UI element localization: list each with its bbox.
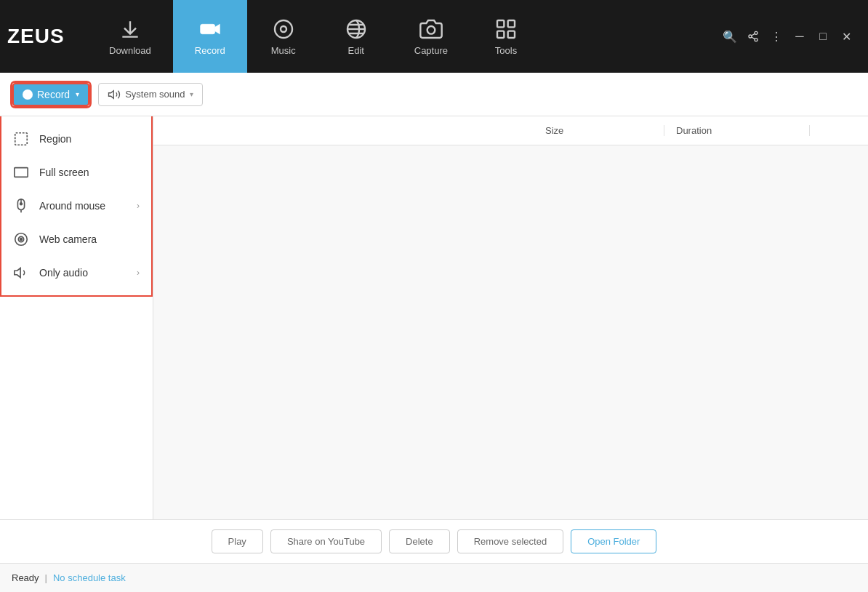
col-size-header: Size xyxy=(534,125,664,136)
nav-tabs: Download Record Music E xyxy=(87,0,723,73)
nav-tab-edit-label: Edit xyxy=(348,45,364,56)
nav-tab-capture-label: Capture xyxy=(414,45,448,56)
nav-tab-record-label: Record xyxy=(195,45,225,56)
status-separator: | xyxy=(45,572,47,583)
record-dot-icon xyxy=(23,89,33,100)
sidebar-item-region[interactable]: Region xyxy=(1,122,151,156)
record-mode-list: Region Full screen Around mouse xyxy=(0,116,153,297)
svg-point-2 xyxy=(275,20,292,38)
col-duration-header: Duration xyxy=(664,125,810,136)
search-icon[interactable]: 🔍 xyxy=(723,29,737,44)
nav-tab-download-label: Download xyxy=(109,45,151,56)
table-header: Size Duration xyxy=(153,116,868,145)
svg-point-10 xyxy=(749,35,752,38)
around-mouse-submenu-icon: › xyxy=(137,201,140,211)
bottom-bar: Play Share on YouTube Delete Remove sele… xyxy=(0,519,868,563)
nav-tab-record[interactable]: Record xyxy=(173,0,247,73)
open-folder-button[interactable]: Open Folder xyxy=(571,529,656,553)
svg-rect-8 xyxy=(508,31,515,37)
svg-rect-7 xyxy=(497,31,504,37)
sidebar-item-region-label: Region xyxy=(39,133,71,145)
system-sound-button[interactable]: System sound ▾ xyxy=(98,83,202,106)
nav-tab-tools[interactable]: Tools xyxy=(470,0,542,73)
svg-point-23 xyxy=(20,239,23,241)
svg-point-11 xyxy=(755,39,758,41)
status-ready: Ready xyxy=(12,572,39,583)
record-button[interactable]: Record ▾ xyxy=(12,83,89,106)
share-icon[interactable] xyxy=(746,29,760,44)
close-icon[interactable]: ✕ xyxy=(839,29,853,44)
nav-tab-edit[interactable]: Edit xyxy=(320,0,393,73)
svg-point-4 xyxy=(427,26,435,34)
record-dropdown: Region Full screen Around mouse xyxy=(0,116,153,519)
svg-rect-6 xyxy=(508,20,515,27)
table-body xyxy=(153,145,868,436)
sidebar-item-only-audio[interactable]: Only audio › xyxy=(1,256,151,289)
svg-marker-1 xyxy=(214,24,220,33)
svg-point-3 xyxy=(281,26,286,32)
sidebar-item-only-audio-label: Only audio xyxy=(39,267,88,279)
webcamera-icon xyxy=(13,231,29,247)
sidebar-item-around-mouse[interactable]: Around mouse › xyxy=(1,189,151,223)
minimize-icon[interactable]: ─ xyxy=(792,29,807,44)
svg-marker-24 xyxy=(15,268,20,278)
statusbar: Ready | No schedule task xyxy=(0,563,868,592)
svg-rect-5 xyxy=(497,20,504,27)
sidebar-item-webcamera-label: Web camera xyxy=(39,233,97,245)
nav-tab-download[interactable]: Download xyxy=(87,0,173,73)
svg-rect-0 xyxy=(200,24,214,33)
svg-line-13 xyxy=(752,33,755,36)
record-chevron-icon: ▾ xyxy=(76,90,79,98)
region-icon xyxy=(13,131,29,147)
around-mouse-icon xyxy=(13,198,29,214)
nav-tab-music-label: Music xyxy=(271,45,296,56)
titlebar: ZEUS Download Record Music xyxy=(0,0,868,73)
titlebar-controls: 🔍 ⋮ ─ □ ✕ xyxy=(723,29,861,44)
system-sound-icon xyxy=(108,88,121,101)
sidebar-item-fullscreen[interactable]: Full screen xyxy=(1,156,151,189)
schedule-link[interactable]: No schedule task xyxy=(53,572,126,583)
main-content: Record ▾ System sound ▾ Region xyxy=(0,73,868,563)
nav-tab-music[interactable]: Music xyxy=(247,0,320,73)
sidebar-item-fullscreen-label: Full screen xyxy=(39,167,89,178)
more-icon[interactable]: ⋮ xyxy=(769,29,784,44)
svg-line-12 xyxy=(752,37,755,39)
toolbar: Record ▾ System sound ▾ xyxy=(0,73,868,116)
system-sound-label: System sound xyxy=(125,89,185,100)
only-audio-submenu-icon: › xyxy=(137,268,140,278)
only-audio-icon xyxy=(13,265,29,281)
share-youtube-button[interactable]: Share on YouTube xyxy=(270,529,382,553)
remove-selected-button[interactable]: Remove selected xyxy=(457,529,563,553)
nav-tab-tools-label: Tools xyxy=(495,45,517,56)
table-area: Size Duration xyxy=(153,116,868,519)
sidebar-item-around-mouse-label: Around mouse xyxy=(39,200,105,212)
app-logo: ZEUS xyxy=(7,25,65,48)
svg-point-19 xyxy=(20,203,23,205)
svg-rect-15 xyxy=(15,133,28,145)
svg-rect-16 xyxy=(15,168,28,177)
record-button-label: Record xyxy=(37,89,70,100)
nav-tab-capture[interactable]: Capture xyxy=(393,0,470,73)
svg-marker-14 xyxy=(109,90,114,98)
fullscreen-icon xyxy=(13,164,29,180)
maximize-icon[interactable]: □ xyxy=(816,29,830,44)
svg-point-9 xyxy=(755,31,758,34)
system-sound-chevron: ▾ xyxy=(190,90,193,98)
sidebar-item-webcamera[interactable]: Web camera xyxy=(1,223,151,256)
play-button[interactable]: Play xyxy=(212,529,263,553)
record-button-wrapper: Record ▾ xyxy=(11,81,91,108)
delete-button[interactable]: Delete xyxy=(389,529,450,553)
